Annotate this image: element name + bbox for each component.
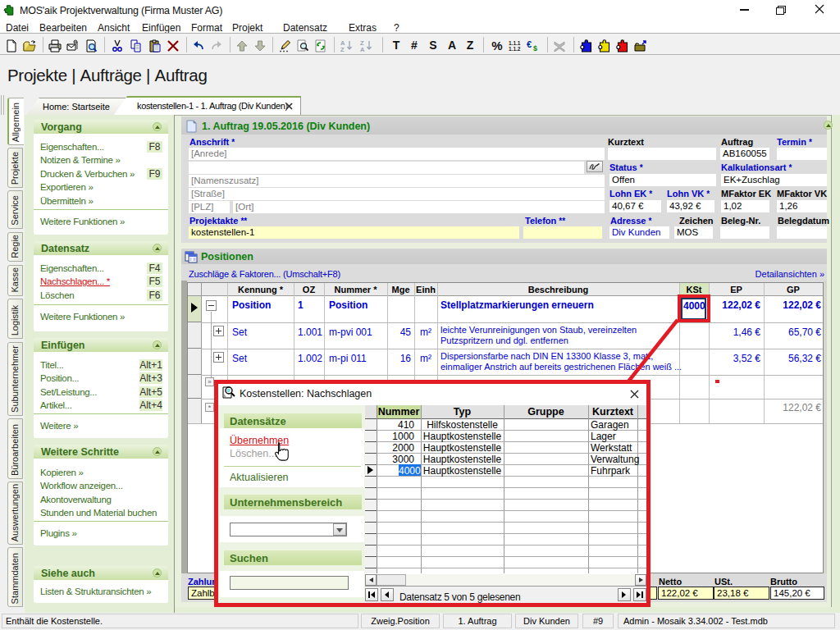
svg-text:1.1.2: 1.1.2 — [509, 46, 521, 52]
svg-text:1.1.1: 1.1.1 — [509, 40, 521, 46]
svg-text:€: € — [527, 39, 532, 49]
svg-text:Z: Z — [340, 46, 345, 52]
svg-text:$: $ — [533, 44, 537, 52]
svg-text:A: A — [360, 46, 365, 52]
